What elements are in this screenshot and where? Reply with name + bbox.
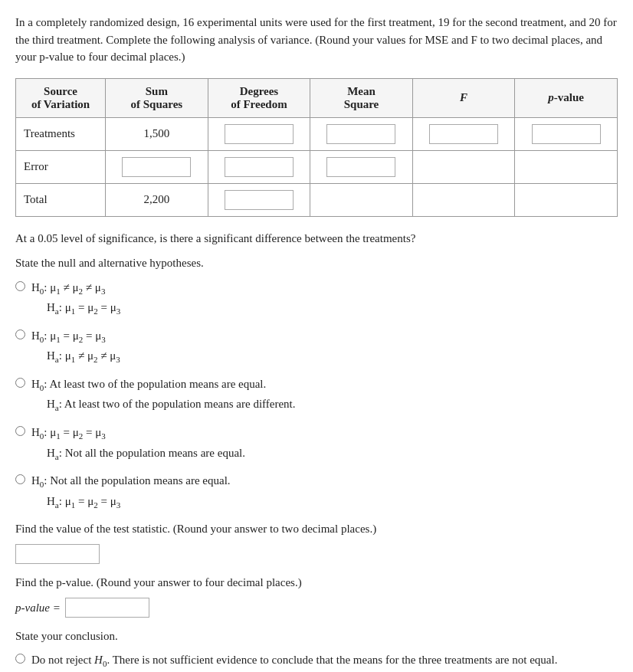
pvalue-input[interactable]: [65, 598, 149, 618]
ss-total: 2,200: [106, 183, 208, 216]
ss-treatments: 1,500: [106, 117, 208, 150]
table-row-treatments: Treatments 1,500: [16, 117, 618, 150]
ha-option-3: Ha: At least two of the population means…: [47, 395, 296, 415]
label-total: Total: [16, 183, 106, 216]
hypothesis-group-2: H0: μ1 = μ2 = μ3 Ha: μ1 ≠ μ2 ≠ μ3: [15, 326, 618, 367]
ms-total: [310, 183, 413, 216]
pvalue-row: p-value =: [15, 598, 618, 618]
ms-error-input[interactable]: [326, 157, 395, 177]
pval-treatments-input[interactable]: [532, 124, 601, 144]
pval-treatments-cell: [515, 117, 618, 150]
table-row-error: Error: [16, 150, 618, 183]
test-statistic-input[interactable]: [15, 544, 100, 564]
h0-option-1: H0: μ1 ≠ μ2 ≠ μ3: [31, 278, 120, 299]
f-treatments-input[interactable]: [429, 124, 498, 144]
ha-option-1: Ha: μ1 = μ2 = μ3: [47, 298, 120, 319]
ss-error-cell: [106, 150, 208, 183]
question-conclusion: State your conclusion.: [15, 627, 618, 645]
h0-option-5: H0: Not all the population means are equ…: [31, 471, 231, 492]
ms-treatments-cell: [310, 117, 413, 150]
pval-total: [515, 183, 618, 216]
hypothesis-group-4: H0: μ1 = μ2 = μ3 Ha: Not all the populat…: [15, 423, 618, 464]
df-error-cell: [208, 150, 310, 183]
ha-option-4: Ha: Not all the population means are equ…: [47, 444, 245, 464]
hypothesis-group-5: H0: Not all the population means are equ…: [15, 471, 618, 512]
conclusion-radio-1[interactable]: [15, 654, 25, 664]
label-error: Error: [16, 150, 106, 183]
hypothesis-radio-5[interactable]: [15, 474, 25, 484]
header-f: F: [412, 78, 515, 117]
question-test-statistic: Find the value of the test statistic. (R…: [15, 520, 618, 538]
header-source: Sourceof Variation: [16, 78, 106, 117]
anova-table: Sourceof Variation Sumof Squares Degrees…: [15, 78, 618, 217]
pval-error: [515, 150, 618, 183]
df-treatments-input[interactable]: [225, 124, 294, 144]
ms-treatments-input[interactable]: [326, 124, 395, 144]
ha-option-5: Ha: μ1 = μ2 = μ3: [47, 492, 231, 513]
ms-error-cell: [310, 150, 413, 183]
hypothesis-group-3: H0: At least two of the population means…: [15, 375, 618, 415]
intro-paragraph: In a completely randomized design, 16 ex…: [15, 14, 618, 66]
table-row-total: Total 2,200: [16, 183, 618, 216]
df-error-input[interactable]: [225, 157, 294, 177]
hypothesis-group-1: H0: μ1 ≠ μ2 ≠ μ3 Ha: μ1 = μ2 = μ3: [15, 278, 618, 319]
ss-error-input[interactable]: [122, 157, 191, 177]
hypothesis-radio-4[interactable]: [15, 426, 25, 436]
hypothesis-radio-2[interactable]: [15, 329, 25, 339]
label-treatments: Treatments: [16, 117, 106, 150]
f-treatments-cell: [412, 117, 515, 150]
df-total-input[interactable]: [225, 190, 294, 210]
f-total: [412, 183, 515, 216]
header-df: Degreesof Freedom: [208, 78, 310, 117]
h0-option-3: H0: At least two of the population means…: [31, 375, 296, 395]
pvalue-label: p-value =: [15, 602, 61, 615]
hypothesis-radio-3[interactable]: [15, 378, 25, 388]
f-error: [412, 150, 515, 183]
header-sum: Sumof Squares: [106, 78, 208, 117]
h0-option-2: H0: μ1 = μ2 = μ3: [31, 326, 120, 347]
question-significance: At a 0.05 level of significance, is ther…: [15, 229, 618, 247]
df-total-cell: [208, 183, 310, 216]
hypothesis-radio-1[interactable]: [15, 281, 25, 291]
header-mean: MeanSquare: [310, 78, 413, 117]
question-hypotheses-label: State the null and alternative hypothese…: [15, 254, 618, 272]
question-pvalue: Find the p-value. (Round your answer to …: [15, 573, 618, 592]
header-pvalue: p-value: [515, 78, 618, 117]
h0-option-4: H0: μ1 = μ2 = μ3: [31, 423, 245, 444]
df-treatments-cell: [208, 117, 310, 150]
conclusion-option-1: Do not reject H0. There is not sufficien…: [15, 651, 618, 670]
conclusion-text-1: Do not reject H0. There is not sufficien…: [31, 651, 557, 670]
ha-option-2: Ha: μ1 ≠ μ2 ≠ μ3: [47, 346, 120, 367]
